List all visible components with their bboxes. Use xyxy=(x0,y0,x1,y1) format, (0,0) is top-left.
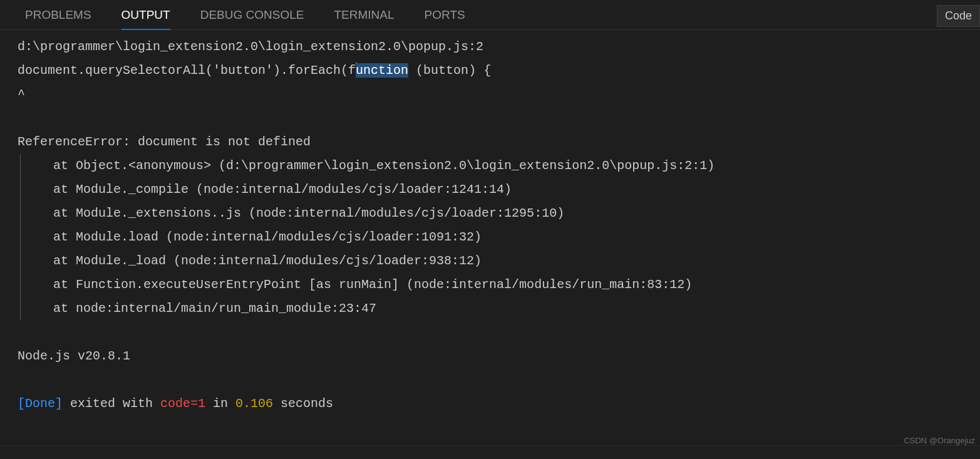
panel-tabs: PROBLEMS OUTPUT DEBUG CONSOLE TERMINAL P… xyxy=(0,0,980,30)
done-label: [Done] xyxy=(18,396,63,411)
stack-frame: at Object.<anonymous> (d:\programmer\log… xyxy=(20,154,962,178)
stack-trace: at Object.<anonymous> (d:\programmer\log… xyxy=(20,154,962,321)
output-file-path-line: d:\programmer\login_extension2.0\login_e… xyxy=(18,35,962,59)
status-bar xyxy=(0,445,980,459)
stack-frame: at node:internal/main/run_main_module:23… xyxy=(20,297,962,321)
output-caret-line: ^ xyxy=(18,83,962,106)
code-dropdown-button[interactable]: Code xyxy=(937,5,980,27)
tab-ports[interactable]: PORTS xyxy=(410,1,480,29)
stack-frame: at Module.load (node:internal/modules/cj… xyxy=(20,225,962,249)
done-line: [Done] exited with code=1 in 0.106 secon… xyxy=(18,392,962,416)
stack-frame: at Module._load (node:internal/modules/c… xyxy=(20,249,962,273)
tab-terminal[interactable]: TERMINAL xyxy=(319,1,409,29)
node-version: Node.js v20.8.1 xyxy=(18,344,962,368)
tab-output[interactable]: OUTPUT xyxy=(106,1,185,29)
exit-time: 0.106 xyxy=(235,396,273,411)
tab-problems[interactable]: PROBLEMS xyxy=(10,1,106,29)
stack-frame: at Module._compile (node:internal/module… xyxy=(20,178,962,202)
output-code-line: document.querySelectorAll('button').forE… xyxy=(18,59,962,83)
selected-text: unction xyxy=(356,63,408,78)
tab-debug-console[interactable]: DEBUG CONSOLE xyxy=(185,1,319,29)
stack-frame: at Module._extensions..js (node:internal… xyxy=(20,202,962,225)
stack-frame: at Function.executeUserEntryPoint [as ru… xyxy=(20,273,962,297)
output-error-header: ReferenceError: document is not defined xyxy=(18,130,962,154)
exit-code-label: code=1 xyxy=(160,396,205,411)
watermark-text: CSDN @Orangejuz xyxy=(904,436,975,445)
output-panel[interactable]: d:\programmer\login_extension2.0\login_e… xyxy=(0,30,980,421)
